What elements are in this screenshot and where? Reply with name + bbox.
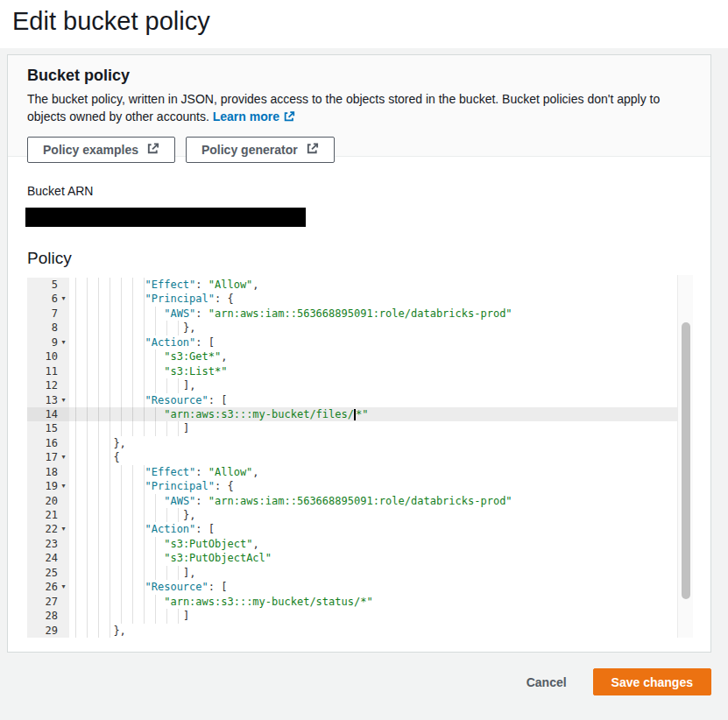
line-number-gutter: 5	[27, 278, 69, 292]
indent-guides	[75, 595, 164, 609]
editor-line-29[interactable]: 29},	[27, 624, 677, 638]
line-number: 16	[46, 436, 58, 450]
policy-code-editor[interactable]: ` 5"Effect": "Allow",6▾"Principal": {7"A…	[27, 275, 693, 638]
line-number: 10	[46, 349, 58, 364]
code-line-content: "s3:PutObjectAcl"	[69, 551, 272, 565]
header-button-row: Policy examples Policy generator	[27, 137, 691, 163]
token-pun: },	[183, 508, 195, 522]
bucket-arn-value-redacted	[25, 208, 306, 227]
fold-chevron-down-icon[interactable]: ▾	[58, 522, 69, 536]
indent-guides	[75, 494, 164, 508]
code-line-content: "arn:aws:s3:::my-bucket/status/*"	[69, 595, 373, 609]
token-key: "Resource"	[145, 580, 209, 594]
learn-more-link[interactable]: Learn more	[213, 109, 295, 124]
indent-guides	[75, 335, 145, 349]
code-line-content: "Resource": [	[69, 393, 227, 407]
indent-guides	[75, 407, 164, 421]
line-number: 29	[46, 624, 58, 638]
code-line-content: {	[69, 450, 120, 464]
editor-line-7[interactable]: 7"AWS": "arn:aws:iam::563668895091:role/…	[27, 307, 677, 321]
policy-examples-button[interactable]: Policy examples	[27, 137, 175, 163]
token-pun: ],	[183, 378, 195, 392]
code-line-content: "s3:List*"	[69, 364, 227, 378]
fold-chevron-down-icon[interactable]: ▾	[58, 450, 69, 464]
editor-line-10[interactable]: 10"s3:Get*",	[27, 349, 677, 364]
code-line-content: "AWS": "arn:aws:iam::563668895091:role/d…	[69, 307, 512, 321]
token-pun: },	[113, 624, 125, 638]
token-str: "s3:PutObject"	[164, 537, 252, 551]
line-number: 5	[52, 278, 58, 292]
token-key: "Effect"	[145, 465, 196, 479]
editor-line-6[interactable]: 6▾"Principal": {	[27, 292, 677, 306]
indent-guides	[75, 364, 164, 378]
code-line-content: "Principal": {	[69, 292, 234, 306]
editor-scrollbar[interactable]	[677, 275, 693, 638]
fold-chevron-down-icon[interactable]: ▾	[58, 292, 69, 306]
token-str: "Allow"	[209, 278, 253, 292]
fold-chevron-down-icon[interactable]: ▾	[58, 393, 69, 407]
editor-line-16[interactable]: 16},	[27, 436, 677, 450]
line-number-gutter: 10	[27, 349, 69, 364]
line-number-gutter: 14	[27, 407, 69, 421]
indent-guides	[75, 278, 145, 292]
editor-line-22[interactable]: 22▾"Action": [	[27, 522, 677, 536]
editor-line-26[interactable]: 26▾"Resource": [	[27, 580, 677, 594]
editor-line-5[interactable]: 5"Effect": "Allow",	[27, 278, 677, 292]
editor-line-25[interactable]: 25],	[27, 566, 677, 580]
cancel-button[interactable]: Cancel	[527, 675, 567, 689]
editor-line-12[interactable]: 12],	[27, 378, 677, 392]
line-number: 20	[46, 494, 58, 508]
editor-line-23[interactable]: 23"s3:PutObject",	[27, 537, 677, 551]
editor-line-8[interactable]: 8},	[27, 321, 677, 335]
line-number: 28	[46, 609, 58, 623]
editor-line-18[interactable]: 18"Effect": "Allow",	[27, 465, 677, 479]
editor-line-20[interactable]: 20"AWS": "arn:aws:iam::563668895091:role…	[27, 494, 677, 508]
card-description: The bucket policy, written in JSON, prov…	[27, 90, 682, 127]
line-number-gutter: 15	[27, 421, 69, 435]
editor-line-21[interactable]: 21},	[27, 508, 677, 522]
policy-editor-lines: 5"Effect": "Allow",6▾"Principal": {7"AWS…	[27, 278, 677, 638]
line-number-gutter: 25	[27, 566, 69, 580]
editor-line-24[interactable]: 24"s3:PutObjectAcl"	[27, 551, 677, 565]
line-number-gutter: 26▾	[27, 580, 69, 594]
token-pun: : [	[195, 522, 215, 536]
indent-guides	[75, 580, 145, 594]
indent-guides	[75, 436, 113, 450]
editor-line-17[interactable]: 17▾{	[27, 450, 677, 464]
token-str: "arn:aws:s3:::my-bucket/files/	[164, 407, 354, 421]
editor-line-9[interactable]: 9▾"Action": [	[27, 335, 677, 349]
token-str: "Allow"	[209, 465, 253, 479]
fold-chevron-down-icon[interactable]: ▾	[58, 335, 69, 349]
indent-guides	[75, 551, 164, 565]
code-line-content: "s3:PutObject",	[69, 537, 259, 551]
token-pun: :	[195, 494, 208, 508]
line-number-gutter: 21	[27, 508, 69, 522]
code-line-content: "arn:aws:s3:::my-bucket/files/*"	[69, 407, 368, 421]
fold-chevron-down-icon[interactable]: ▾	[58, 479, 69, 493]
line-number-gutter: 17▾	[27, 450, 69, 464]
editor-scrollbar-thumb[interactable]	[682, 322, 690, 599]
editor-line-19[interactable]: 19▾"Principal": {	[27, 479, 677, 493]
token-str: *"	[356, 407, 368, 421]
editor-line-15[interactable]: 15]	[27, 421, 677, 435]
token-pun: : [	[209, 580, 228, 594]
editor-line-14[interactable]: 14"arn:aws:s3:::my-bucket/files/*"	[27, 407, 677, 421]
token-str: "arn:aws:s3:::my-bucket/status/*"	[164, 595, 372, 609]
token-pun: : {	[215, 292, 234, 306]
save-changes-button[interactable]: Save changes	[593, 668, 711, 695]
code-line-content: "Effect": "Allow",	[69, 278, 259, 292]
line-number-gutter: 8	[27, 321, 69, 335]
external-link-icon	[306, 142, 319, 158]
line-number-gutter: 7	[27, 307, 69, 321]
editor-line-11[interactable]: 11"s3:List*"	[27, 364, 677, 378]
fold-chevron-down-icon[interactable]: ▾	[58, 580, 69, 594]
policy-generator-button[interactable]: Policy generator	[186, 137, 335, 163]
editor-line-27[interactable]: 27"arn:aws:s3:::my-bucket/status/*"	[27, 595, 677, 609]
code-line-content: "Action": [	[69, 522, 215, 536]
editor-line-28[interactable]: 28]	[27, 609, 677, 623]
line-number: 18	[46, 465, 58, 479]
editor-line-13[interactable]: 13▾"Resource": [	[27, 393, 677, 407]
indent-guides	[75, 522, 145, 536]
token-pun: : [	[195, 335, 215, 349]
token-pun: :	[195, 278, 208, 292]
